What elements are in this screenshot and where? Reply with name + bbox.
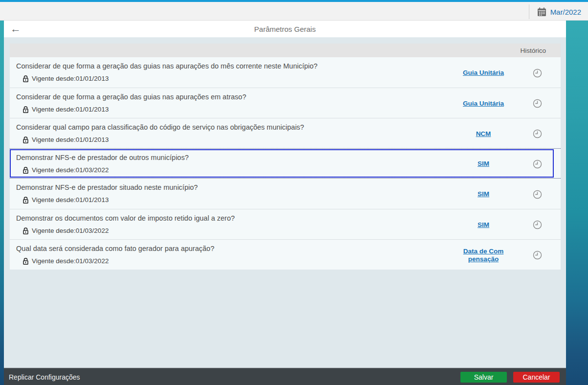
vigente-desde: Vigente desde:01/01/2013 xyxy=(32,106,109,113)
vigente-date: 01/03/2022 xyxy=(76,227,109,234)
parameter-value-link[interactable]: SIM xyxy=(478,190,489,198)
page-title: Parâmetros Gerais xyxy=(4,25,566,33)
parameter-question: Considerar de que forma a geração das gu… xyxy=(16,62,453,70)
list-header: Histórico xyxy=(10,44,561,57)
history-clock-icon[interactable] xyxy=(533,220,542,229)
vigente-date: 01/01/2013 xyxy=(76,75,109,82)
parameter-row: Considerar qual campo para classificação… xyxy=(10,118,561,148)
lock-icon xyxy=(23,75,28,82)
vigente-date: 01/01/2013 xyxy=(76,196,109,204)
lock-icon xyxy=(23,167,28,174)
parameter-value-link[interactable]: SIM xyxy=(478,221,489,229)
parametros-gerais-window: ← Parâmetros Gerais Histórico Considerar… xyxy=(4,21,566,385)
parameter-question: Qual data será considerada como fato ger… xyxy=(16,244,453,253)
replicar-configuracoes-button[interactable]: Replicar Configurações xyxy=(9,373,80,381)
parameter-question: Demonstrar NFS-e de prestador de outros … xyxy=(16,153,453,162)
vigente-desde: Vigente desde:01/03/2022 xyxy=(32,166,109,174)
lock-icon xyxy=(23,227,28,234)
parameter-row: Considerar de que forma a geração das gu… xyxy=(10,57,561,88)
vigente-desde: Vigente desde:01/01/2013 xyxy=(32,75,109,82)
history-clock-icon[interactable] xyxy=(533,129,542,138)
vigente-desde: Vigente desde:01/03/2022 xyxy=(32,257,109,265)
vigente-date: 01/01/2013 xyxy=(76,136,109,143)
parameter-list: Histórico Considerar de que forma a gera… xyxy=(10,44,561,270)
save-button[interactable]: Salvar xyxy=(460,372,507,383)
parameter-value-link[interactable]: Guia Unitária xyxy=(463,100,504,108)
parameter-question: Considerar qual campo para classificação… xyxy=(16,123,453,132)
parameter-value-link[interactable]: SIM xyxy=(478,160,489,168)
lock-icon xyxy=(23,258,28,265)
vigente-desde: Vigente desde:01/01/2013 xyxy=(32,196,109,204)
historico-column-header: Histórico xyxy=(520,47,546,54)
back-arrow-icon: ← xyxy=(10,23,21,34)
parameter-row: Demonstrar NFS-e de prestador situado ne… xyxy=(10,179,561,209)
parameter-row: Qual data será considerada como fato ger… xyxy=(10,239,561,270)
history-clock-icon[interactable] xyxy=(533,99,542,108)
lock-icon xyxy=(23,106,28,113)
parameter-row: Demonstrar os documentos com valor de im… xyxy=(10,209,561,239)
history-clock-icon[interactable] xyxy=(533,190,542,199)
footer-bar: Replicar Configurações Salvar Cancelar xyxy=(4,368,566,385)
vigente-date: 01/03/2022 xyxy=(76,166,109,174)
history-clock-icon[interactable] xyxy=(533,159,542,169)
history-clock-icon[interactable] xyxy=(533,68,542,78)
parameter-value-link[interactable]: Data de Compensação xyxy=(462,248,504,263)
lock-icon xyxy=(23,136,28,143)
history-clock-icon[interactable] xyxy=(533,250,542,260)
vigente-desde: Vigente desde:01/01/2013 xyxy=(32,136,109,143)
vigente-date: 01/03/2022 xyxy=(76,257,109,265)
parameter-row: Considerar de que forma a geração das gu… xyxy=(10,88,561,118)
vigente-date: 01/01/2013 xyxy=(76,106,109,113)
calendar-icon[interactable] xyxy=(537,7,546,17)
cancel-button[interactable]: Cancelar xyxy=(513,372,560,383)
vigente-desde: Vigente desde:01/03/2022 xyxy=(32,227,109,234)
parameter-question: Demonstrar NFS-e de prestador situado ne… xyxy=(16,183,453,192)
lock-icon xyxy=(23,197,28,204)
panel-header: ← Parâmetros Gerais xyxy=(4,21,566,38)
parameter-question: Demonstrar os documentos com valor de im… xyxy=(16,214,453,223)
parameter-rows: Considerar de que forma a geração das gu… xyxy=(10,57,561,270)
back-button[interactable]: ← xyxy=(9,22,22,36)
period-selector[interactable]: Mar/2022 xyxy=(529,4,581,19)
parameter-question: Considerar de que forma a geração das gu… xyxy=(16,92,453,101)
parameter-value-link[interactable]: Guia Unitária xyxy=(463,69,504,77)
top-bar: Mar/2022 xyxy=(0,0,588,21)
footer-actions: Salvar Cancelar xyxy=(460,372,560,383)
parameter-row: Demonstrar NFS-e de prestador de outros … xyxy=(10,148,561,179)
parameter-value-link[interactable]: NCM xyxy=(476,130,491,138)
period-label[interactable]: Mar/2022 xyxy=(550,8,581,16)
